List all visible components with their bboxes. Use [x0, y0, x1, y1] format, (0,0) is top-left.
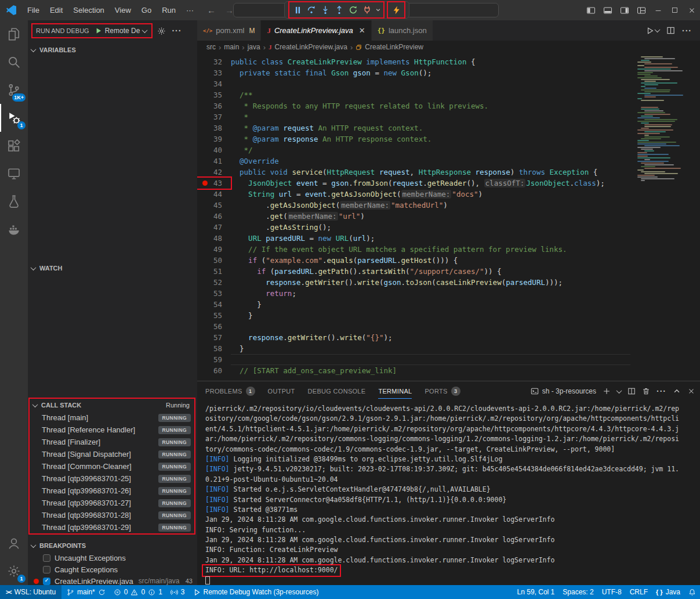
debug-status[interactable]: Remote Debug Watch (3p-resources) — [189, 585, 323, 599]
breakpoints-section-header[interactable]: BREAKPOINTS — [28, 539, 197, 552]
code-line[interactable]: 34 — [197, 78, 700, 89]
hot-code-replace-icon[interactable] — [389, 3, 403, 17]
code-line[interactable]: 47 .getAsString(); — [197, 222, 700, 233]
code-line[interactable]: 32public class CreateLinkPreview impleme… — [197, 56, 700, 67]
toggle-sidebar-icon[interactable] — [582, 0, 599, 20]
code-line[interactable]: 58 } — [197, 343, 700, 354]
gutter[interactable]: 55 — [197, 310, 231, 321]
gutter[interactable]: 42 — [197, 167, 231, 178]
gutter[interactable]: 59 — [197, 354, 231, 365]
split-terminal-icon[interactable] — [628, 387, 636, 395]
settings-gear-icon[interactable]: 1 — [0, 557, 28, 585]
tab-launch-json[interactable]: {} launch.json — [372, 20, 433, 41]
problems-indicator[interactable]: 0 0 1 — [110, 585, 166, 599]
remote-indicator[interactable]: >< WSL: Ubuntu — [0, 585, 61, 599]
close-panel-icon[interactable] — [687, 387, 695, 395]
editor-more-actions-icon[interactable]: ··· — [682, 26, 692, 35]
navigate-back-icon[interactable]: ← — [207, 5, 216, 15]
notifications-bell[interactable] — [684, 585, 700, 599]
gutter[interactable]: 51 — [197, 266, 231, 277]
step-over-icon[interactable] — [304, 3, 318, 17]
call-stack-section-header[interactable]: CALL STACK Running — [30, 399, 194, 412]
tab-pom-xml[interactable]: </> pom.xml M — [197, 20, 261, 41]
breakpoint-caught-exceptions[interactable]: Caught Exceptions — [28, 564, 197, 575]
gutter[interactable]: 32 — [197, 56, 231, 67]
gutter[interactable]: 45 — [197, 200, 231, 211]
source-control-icon[interactable]: 1K+ — [0, 76, 28, 104]
code-line[interactable]: 42 public void service(HttpRequest reque… — [197, 167, 700, 178]
menu-go[interactable]: Go — [136, 0, 157, 20]
encoding[interactable]: UTF-8 — [598, 585, 626, 599]
eol-sequence[interactable]: CRLF — [626, 585, 652, 599]
code-line[interactable]: 50 if ("example.com".equals(parsedURL.ge… — [197, 255, 700, 266]
gutter[interactable]: 56 — [197, 321, 231, 332]
gutter[interactable]: 52 — [197, 277, 231, 288]
maximize-panel-icon[interactable] — [673, 387, 681, 395]
code-line[interactable]: 45 .getAsJsonObject(memberName:"matchedU… — [197, 200, 700, 211]
panel-more-actions-icon[interactable]: ··· — [657, 387, 666, 396]
new-terminal-icon[interactable] — [603, 387, 611, 395]
customize-layout-icon[interactable] — [633, 0, 650, 20]
code-line[interactable]: 55 } — [197, 310, 700, 321]
toggle-panel-icon[interactable] — [599, 0, 616, 20]
extensions-icon[interactable] — [0, 132, 28, 160]
accounts-icon[interactable] — [0, 529, 28, 557]
panel-tab-output[interactable]: OUTPUT — [268, 381, 295, 401]
disconnect-icon[interactable] — [360, 3, 374, 17]
gutter[interactable]: 48 — [197, 233, 231, 244]
code-line[interactable]: 39 * @param response An HTTP response co… — [197, 133, 700, 145]
breadcrumb-item-src[interactable]: src — [206, 43, 216, 51]
code-line[interactable]: 59 — [197, 354, 700, 365]
call-stack-thread[interactable]: Thread [Common-Cleaner]RUNNING — [30, 460, 194, 472]
gutter[interactable]: 46 — [197, 211, 231, 222]
gutter[interactable]: 36 — [197, 100, 231, 111]
breakpoint-uncaught-exceptions[interactable]: Uncaught Exceptions — [28, 552, 197, 564]
call-stack-thread[interactable]: Thread [qtp399683701-26]RUNNING — [30, 485, 194, 497]
gutter[interactable]: 40 — [197, 145, 231, 156]
minimap[interactable] — [636, 55, 691, 191]
run-and-debug-icon[interactable]: 1 — [0, 104, 28, 132]
call-stack-thread[interactable]: Thread [qtp399683701-28]RUNNING — [30, 509, 194, 521]
pause-icon[interactable] — [291, 3, 304, 17]
search-icon[interactable] — [0, 48, 28, 76]
call-stack-thread[interactable]: Thread [Signal Dispatcher]RUNNING — [30, 448, 194, 460]
step-out-icon[interactable] — [332, 3, 346, 17]
code-line[interactable]: 33 private static final Gson gson = new … — [197, 67, 700, 78]
language-mode[interactable]: { } Java — [652, 585, 684, 599]
code-line[interactable]: 49 // If the event object URL matches a … — [197, 244, 700, 255]
call-stack-thread[interactable]: Thread [main]RUNNING — [30, 412, 194, 424]
panel-tab-problems[interactable]: PROBLEMS 1 — [205, 381, 255, 401]
breadcrumb-item-main[interactable]: main — [224, 43, 239, 51]
gutter[interactable]: 53 — [197, 288, 231, 299]
maximize-icon[interactable] — [666, 0, 683, 20]
code-line[interactable]: 54 } — [197, 299, 700, 310]
code-line[interactable]: 37 * — [197, 111, 700, 122]
code-line[interactable]: 51 if (parsedURL.getPath().startsWith("/… — [197, 266, 700, 277]
kill-terminal-icon[interactable] — [642, 387, 650, 395]
gutter[interactable]: 37 — [197, 111, 231, 122]
panel-tab-terminal[interactable]: TERMINAL — [378, 381, 412, 401]
gutter[interactable]: 54 — [197, 299, 231, 310]
code-line[interactable]: 57 response.getWriter().write("{}"); — [197, 332, 700, 343]
variables-section-header[interactable]: VARIABLES — [28, 44, 197, 56]
call-stack-thread[interactable]: Thread [qtp399683701-27]RUNNING — [30, 497, 194, 509]
code-line[interactable]: 40 */ — [197, 145, 700, 156]
gutter[interactable]: 49 — [197, 244, 231, 255]
gutter[interactable]: 58 — [197, 343, 231, 354]
gutter[interactable]: 41 — [197, 156, 231, 167]
breakpoint-file-row[interactable]: CreateLinkPreview.java src/main/java 43 — [28, 575, 197, 585]
navigate-forward-icon[interactable]: → — [225, 5, 234, 15]
gutter[interactable]: 47 — [197, 222, 231, 233]
code-line[interactable]: 41 @Override — [197, 156, 700, 167]
code-line[interactable]: 52 response.getWriter().write(gson.toJso… — [197, 277, 700, 288]
checkbox-icon[interactable] — [43, 566, 50, 573]
code-line[interactable]: 56 — [197, 321, 700, 332]
code-line[interactable]: 35 /** — [197, 89, 700, 100]
views-more-actions-icon[interactable]: ··· — [172, 26, 182, 35]
code-line[interactable]: 43 JsonObject event = gson.fromJson(requ… — [197, 178, 700, 189]
checkbox-checked-icon[interactable] — [43, 578, 50, 585]
cursor-position[interactable]: Ln 59, Col 1 — [513, 585, 559, 599]
watch-section-header[interactable]: WATCH — [28, 262, 197, 275]
code-line[interactable]: 38 * @param request An HTTP request cont… — [197, 122, 700, 133]
code-line[interactable]: 44 String url = event.getAsJsonObject(me… — [197, 189, 700, 200]
